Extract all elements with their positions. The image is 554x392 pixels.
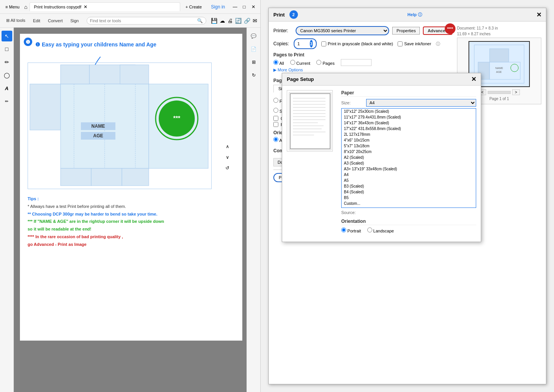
svg-text:***: *** xyxy=(173,115,181,122)
ink-info-icon: ⓘ xyxy=(436,41,440,47)
dropdown-item-5[interactable]: 4"x6" 10x15cm xyxy=(342,137,476,143)
tip-2: ** Choosing DCP 300gr may be harder to b… xyxy=(28,211,235,218)
page-panel-button[interactable]: 📄 xyxy=(248,44,259,54)
home-icon[interactable]: ⌂ xyxy=(24,4,27,10)
printer-select[interactable]: Canon MG3500 series Printer xyxy=(296,26,389,35)
edit-button[interactable]: Edit xyxy=(30,18,43,24)
sync-panel-button[interactable]: ↻ xyxy=(248,70,259,81)
annotation-tool[interactable]: □ xyxy=(2,44,12,54)
dropdown-item-11[interactable]: A4 xyxy=(342,172,476,178)
maximize-button[interactable]: □ xyxy=(240,3,248,11)
circle-tool[interactable]: ◯ xyxy=(2,70,12,81)
grayscale-checkbox[interactable] xyxy=(321,41,326,46)
all-pages-option[interactable]: All xyxy=(273,60,284,66)
dropdown-item-9[interactable]: A3 (Scaled) xyxy=(342,160,476,166)
search-icon: 🔍 xyxy=(197,18,203,23)
sign-in-button[interactable]: Sign in xyxy=(207,3,229,10)
text-tool[interactable]: A xyxy=(2,83,12,94)
choose-paper-checkbox[interactable] xyxy=(273,116,278,121)
step1-text: ❶ Easy as typing your childrens Name and… xyxy=(35,41,156,48)
eraser-tool[interactable]: ✏ xyxy=(2,96,12,107)
svg-text:AGE: AGE xyxy=(496,71,502,73)
source-field-label: Source: xyxy=(341,210,368,215)
print-dialog-title: Print xyxy=(273,12,285,18)
close-window-button[interactable]: ✕ xyxy=(250,3,257,11)
dropdown-item-12[interactable]: A5 xyxy=(342,178,476,183)
paper-size-dropdown[interactable]: 10"x12" 25x30cm (Scaled) 11"x17" 279.4x4… xyxy=(341,108,476,208)
print-icon[interactable]: 🖨 xyxy=(227,18,233,24)
grid-panel-button[interactable]: ⊞ xyxy=(248,57,259,68)
svg-text:NAME: NAME xyxy=(495,67,503,69)
search-input[interactable] xyxy=(90,18,196,23)
age-label: AGE xyxy=(81,132,115,140)
landscape-radio[interactable]: Landscape xyxy=(367,227,394,233)
dropdown-item-0[interactable]: 10"x12" 25x30cm (Scaled) xyxy=(342,109,476,114)
print-both-sides-checkbox[interactable] xyxy=(273,122,278,127)
next-page-button[interactable]: > xyxy=(512,89,520,95)
page-setup-dialog-title: Page Setup xyxy=(287,76,314,82)
link-icon[interactable]: 🔗 xyxy=(244,18,250,24)
sign-button[interactable]: Sign xyxy=(67,18,82,24)
cursor-tool[interactable]: ↖ xyxy=(2,31,12,41)
svg-rect-8 xyxy=(61,65,89,84)
dropdown-item-2[interactable]: 14"x17" 36x43cm (Scaled) xyxy=(342,120,476,126)
step1-annotation: ❶ xyxy=(24,38,32,46)
email-icon[interactable]: ✉ xyxy=(253,18,257,24)
dropdown-item-17[interactable]: Envelope Com 10 xyxy=(342,206,476,208)
svg-rect-6 xyxy=(91,168,122,186)
rotate-button[interactable]: ↺ xyxy=(224,164,231,172)
properties-button[interactable]: Properties xyxy=(392,27,420,35)
dropdown-item-14[interactable]: B4 (Scaled) xyxy=(342,189,476,195)
dropdown-item-8[interactable]: A2 (Scaled) xyxy=(342,155,476,160)
tips-title: Tips : xyxy=(28,195,235,203)
menu-button[interactable]: ≡ Menu xyxy=(3,4,22,10)
print-dialog-close[interactable]: ✕ xyxy=(536,11,541,18)
dropdown-item-13[interactable]: B3 (Scaled) xyxy=(342,183,476,189)
dropdown-item-3[interactable]: 17"x22" 431.8x558.8mm (Scaled) xyxy=(342,126,476,132)
save-icon[interactable]: 💾 xyxy=(211,18,217,24)
size-field-label: Size: xyxy=(341,100,363,105)
pages-range-option[interactable]: Pages xyxy=(316,60,334,66)
tab-close-button[interactable]: ✕ xyxy=(84,4,87,10)
more-options-toggle[interactable]: ▶ More Options xyxy=(273,68,452,72)
doc-dims-label: 11.69 × 8.27 inches xyxy=(457,32,541,36)
copies-label: Copies: xyxy=(273,41,289,46)
orientation-section-label: Orientation xyxy=(341,219,476,225)
box-template-svg: *** xyxy=(28,63,212,189)
refresh-icon[interactable]: 🔄 xyxy=(235,18,242,24)
tip-4b: go Advanced - Print as Image xyxy=(28,241,235,249)
grayscale-checkbox-label: Print in grayscale (black and white) xyxy=(321,41,393,46)
dropdown-item-4[interactable]: 2L 127x178mm xyxy=(342,132,476,137)
pages-range-input[interactable] xyxy=(341,59,372,66)
portrait-radio[interactable]: Portrait xyxy=(341,227,361,233)
scroll-up-button[interactable]: ∧ xyxy=(224,143,231,150)
paper-size-select[interactable]: A4 xyxy=(366,99,476,107)
convert-button[interactable]: Convert xyxy=(45,18,66,24)
dropdown-item-10[interactable]: A3+ 13"x19" 33x48cm (Scaled) xyxy=(342,166,476,172)
dropdown-item-16[interactable]: Custom... xyxy=(342,201,476,206)
dropdown-item-1[interactable]: 11"x17" 279.4x431.8mm (Scaled) xyxy=(342,114,476,120)
dropdown-item-6[interactable]: 5"x7" 13x18cm xyxy=(342,143,476,149)
all-tools-button[interactable]: ⊞ All tools xyxy=(3,17,28,24)
scroll-down-button[interactable]: ∨ xyxy=(224,153,231,161)
current-page-option[interactable]: Current xyxy=(290,60,311,66)
copies-input-field[interactable] xyxy=(298,41,309,46)
help-button[interactable]: Help ⓘ xyxy=(408,12,422,18)
comment-panel-button[interactable]: 💬 xyxy=(248,31,259,41)
dropdown-item-15[interactable]: B5 xyxy=(342,195,476,201)
page-setup-close[interactable]: ✕ xyxy=(471,76,476,83)
pencil-tool[interactable]: ✏ xyxy=(2,57,12,68)
svg-rect-19 xyxy=(490,62,520,79)
save-ink-checkbox-label: Save ink/toner xyxy=(398,41,431,46)
page-slider[interactable] xyxy=(488,91,511,94)
minimize-button[interactable]: — xyxy=(231,3,239,11)
svg-rect-5 xyxy=(61,168,91,186)
upload-icon[interactable]: ☁ xyxy=(220,18,225,24)
svg-rect-7 xyxy=(122,168,149,186)
save-ink-checkbox[interactable] xyxy=(398,41,403,46)
tip-4: **** In the rare occasion of bad printin… xyxy=(28,233,235,241)
new-tab-button[interactable]: + Create xyxy=(182,4,205,10)
dropdown-item-7[interactable]: 8"x10" 20x25cm xyxy=(342,149,476,155)
svg-rect-9 xyxy=(120,65,149,84)
step2-annotation: 2 xyxy=(289,10,298,19)
